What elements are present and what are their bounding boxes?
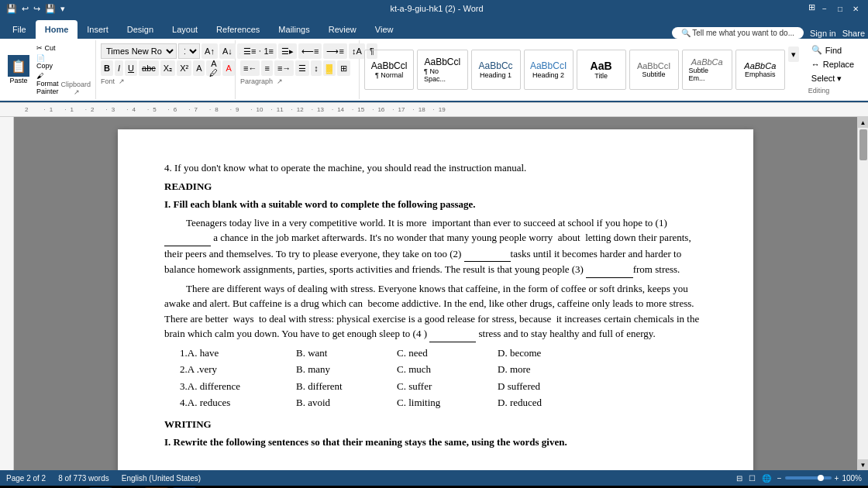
save-btn[interactable]: 💾 (45, 4, 56, 14)
style-no-spacing-preview: AaBbCcl (424, 57, 460, 67)
editing-section: 🔍 Find ↔ Replace Select ▾ Editing (804, 40, 866, 99)
zoom-thumb (818, 475, 824, 481)
select-btn[interactable]: Select ▾ (808, 72, 861, 85)
superscript-btn[interactable]: X² (177, 60, 191, 76)
tab-layout[interactable]: Layout (163, 20, 207, 39)
paragraph-section: ☰≡ 1≡ ☰▸ ⟵≡ ⟶≡ ↕A ¶ ≡← ≡ ≡→ ☰ ↕ ▓ ⊞ Para… (236, 40, 360, 99)
style-title-label: Title (594, 72, 608, 80)
bold-btn[interactable]: B (101, 60, 113, 76)
strikethrough-btn[interactable]: abc (139, 60, 159, 76)
choice-2d: D. more (498, 362, 598, 377)
style-subtitle[interactable]: AaBbCcI Subtitle (629, 50, 679, 90)
zoom-in-btn[interactable]: + (835, 474, 839, 483)
ruler-content: 2 ·1 ·1 ·2 ·3 ·4 ·5 ·6 ·7 ·8 ·9 ·10 ·11 … (17, 103, 865, 116)
replace-btn[interactable]: ↔ Replace (808, 58, 861, 70)
redo-btn[interactable]: ↪ (33, 4, 40, 14)
choice-row-1: 1.A. have B. want C. need D. become (180, 345, 707, 361)
undo-btn[interactable]: ↩ (22, 4, 29, 14)
search-box[interactable]: 🔍 Tell me what you want to do... (672, 27, 804, 39)
style-title-preview: AaB (591, 60, 612, 72)
tab-home[interactable]: Home (36, 20, 78, 39)
font-shrink-btn[interactable]: A↓ (219, 43, 236, 59)
choice-4c: C. limiting (397, 395, 498, 411)
font-family-select[interactable]: Times New Ro (101, 43, 177, 59)
bullets-btn[interactable]: ☰≡ (240, 43, 259, 59)
align-left-btn[interactable]: ≡← (240, 60, 260, 76)
subscript-btn[interactable]: X₂ (160, 60, 175, 76)
font-size-select[interactable]: 14 (178, 43, 200, 59)
web-view-btn[interactable]: 🌐 (762, 474, 771, 483)
style-subtle-em-preview: AaBbCa (691, 57, 723, 67)
scroll-down-btn[interactable]: ▼ (858, 459, 868, 470)
paste-btn[interactable]: 📋 Paste (8, 55, 29, 84)
document-area: 4. If you don't know what to operate the… (0, 117, 868, 470)
print-view-btn[interactable]: ☐ (749, 474, 756, 483)
style-normal[interactable]: AaBbCcl ¶ Normal (364, 50, 414, 90)
text-effects-btn[interactable]: A (193, 60, 205, 76)
font-color-btn[interactable]: A (222, 60, 234, 76)
copy-btn[interactable]: 📄 Copy (34, 53, 61, 70)
layout-view-btn[interactable]: ⊟ (736, 474, 742, 483)
underline-btn[interactable]: U (125, 60, 137, 76)
document-scroll[interactable]: 4. If you don't know what to operate the… (14, 117, 857, 470)
maximize-btn[interactable]: □ (834, 2, 846, 15)
tab-review[interactable]: Review (319, 20, 366, 39)
ruler: 2 ·1 ·1 ·2 ·3 ·4 ·5 ·6 ·7 ·8 ·9 ·10 ·11 … (0, 103, 868, 117)
share-btn[interactable]: Share (842, 29, 865, 38)
format-painter-btn[interactable]: 🖌 Format Painter (34, 71, 61, 96)
tab-references[interactable]: References (207, 20, 269, 39)
scroll-thumb[interactable] (859, 129, 867, 160)
zoom-percent: 100% (842, 474, 862, 483)
scroll-up-btn[interactable]: ▲ (858, 117, 868, 128)
increase-indent-btn[interactable]: ⟶≡ (323, 43, 346, 59)
style-subtitle-preview: AaBbCcI (637, 61, 670, 70)
line-spacing-btn[interactable]: ↕ (311, 60, 322, 76)
borders-btn[interactable]: ⊞ (337, 60, 350, 76)
style-heading1[interactable]: AaBbCc Heading 1 (471, 50, 521, 90)
find-btn[interactable]: 🔍 Find (808, 43, 861, 57)
multilevel-btn[interactable]: ☰▸ (278, 43, 297, 59)
align-right-btn[interactable]: ≡→ (274, 60, 294, 76)
style-subtle-em[interactable]: AaBbCa Subtle Em... (682, 50, 732, 90)
zoom-bar[interactable]: − + 100% (777, 474, 862, 483)
status-bar-right: ⊟ ☐ 🌐 − + 100% (736, 474, 862, 483)
title-bar-left: 💾 ↩ ↪ 💾 ▾ (6, 4, 65, 14)
align-center-btn[interactable]: ≡ (261, 60, 272, 76)
close-btn[interactable]: ✕ (849, 2, 862, 15)
tab-view[interactable]: View (366, 20, 403, 39)
blank1 (164, 230, 211, 246)
blank3 (586, 262, 633, 278)
editing-label: Editing (808, 87, 861, 95)
text-highlight-btn[interactable]: A🖊 (206, 60, 221, 76)
tab-file[interactable]: File (3, 20, 36, 39)
styles-expand-btn[interactable]: ▾ (788, 46, 799, 62)
tab-insert[interactable]: Insert (78, 20, 118, 39)
choice-2c: C. much (397, 362, 498, 377)
tab-design[interactable]: Design (118, 20, 163, 39)
italic-btn[interactable]: I (115, 60, 123, 76)
tab-mailings[interactable]: Mailings (269, 20, 319, 39)
font-grow-btn[interactable]: A↑ (202, 43, 218, 59)
document-page[interactable]: 4. If you don't know what to operate the… (118, 129, 753, 470)
decrease-indent-btn[interactable]: ⟵≡ (298, 43, 322, 59)
choice-3c: C. suffer (397, 379, 498, 394)
numbering-btn[interactable]: 1≡ (260, 43, 277, 59)
style-emphasis-preview: AaBbCa (744, 61, 776, 70)
style-no-spacing[interactable]: AaBbCcl ¶ No Spac... (417, 50, 468, 90)
right-scrollbar[interactable]: ▲ ▼ (857, 117, 868, 470)
zoom-out-btn[interactable]: − (777, 474, 782, 483)
font-section: Times New Ro 14 A↑ A↓ Aa ✦ B I U abc X₂ … (96, 40, 236, 99)
signin-btn[interactable]: Sign in (810, 29, 836, 38)
minimize-btn[interactable]: − (818, 2, 831, 15)
choice-row-3: 3.A. difference B. different C. suffer D… (180, 379, 707, 394)
zoom-slider[interactable] (785, 476, 832, 479)
style-emphasis[interactable]: AaBbCa Emphasis (735, 50, 785, 90)
style-heading2[interactable]: AaBbCcI Heading 2 (524, 50, 574, 90)
cut-btn[interactable]: ✂ Cut (34, 43, 61, 53)
ribbon-main: 📋 Paste ✂ Cut 📄 Copy 🖌 Format Painter Cl… (0, 39, 868, 102)
shading-btn[interactable]: ▓ (323, 60, 336, 76)
justify-btn[interactable]: ☰ (295, 60, 309, 76)
title-bar-controls[interactable]: ⊞ − □ ✕ (808, 2, 862, 15)
style-title[interactable]: AaB Title (577, 50, 626, 90)
style-no-spacing-label: ¶ No Spac... (424, 67, 461, 83)
